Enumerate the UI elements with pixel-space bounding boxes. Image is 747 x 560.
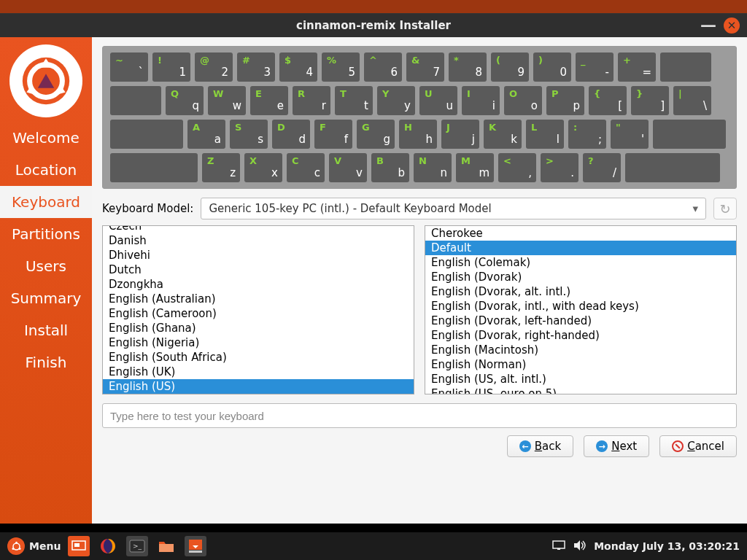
key-k[interactable]: Kk bbox=[484, 120, 522, 149]
key-h[interactable]: Hh bbox=[399, 120, 437, 149]
key-2[interactable]: @2 bbox=[195, 52, 233, 82]
key-blank[interactable] bbox=[660, 52, 711, 82]
list-item[interactable]: English (Colemak) bbox=[425, 255, 736, 270]
installer-task-icon[interactable] bbox=[185, 536, 206, 556]
list-item[interactable]: Danish bbox=[103, 233, 414, 248]
key-l[interactable]: Ll bbox=[526, 120, 564, 149]
list-item[interactable]: Cherokee bbox=[425, 226, 736, 241]
key-b[interactable]: Bb bbox=[371, 153, 409, 182]
key-9[interactable]: (9 bbox=[491, 52, 529, 82]
key-q[interactable]: Qq bbox=[166, 86, 204, 115]
key-3[interactable]: #3 bbox=[237, 52, 275, 82]
model-select[interactable]: Generic 105-key PC (intl.) - Default Key… bbox=[201, 198, 706, 219]
key-/[interactable]: ?/ bbox=[583, 153, 621, 182]
key-=[interactable]: += bbox=[618, 52, 656, 82]
list-item[interactable]: English (Australian) bbox=[103, 292, 414, 306]
list-item[interactable]: Default bbox=[425, 241, 736, 255]
key--[interactable]: _- bbox=[576, 52, 614, 82]
close-icon[interactable]: ✕ bbox=[724, 18, 740, 34]
key-blank[interactable] bbox=[110, 120, 183, 149]
volume-icon[interactable] bbox=[573, 540, 587, 553]
key-y[interactable]: Yy bbox=[377, 86, 415, 115]
show-desktop-icon[interactable] bbox=[68, 536, 90, 556]
list-item[interactable]: English (US, euro on 5) bbox=[425, 386, 736, 394]
list-item[interactable]: English (Dvorak, left-handed) bbox=[425, 314, 736, 328]
key-5[interactable]: %5 bbox=[322, 52, 360, 82]
key-i[interactable]: Ii bbox=[462, 86, 500, 115]
files-icon[interactable] bbox=[155, 536, 177, 556]
list-item[interactable]: English (UK) bbox=[103, 365, 414, 379]
key-d[interactable]: Dd bbox=[272, 120, 310, 149]
reset-model-button[interactable]: ↻ bbox=[713, 198, 737, 219]
key-s[interactable]: Ss bbox=[230, 120, 268, 149]
list-item[interactable]: English (Dvorak, intl., with dead keys) bbox=[425, 299, 736, 314]
key-c[interactable]: Cc bbox=[287, 153, 325, 182]
clock[interactable]: Monday July 13, 03:20:21 bbox=[594, 540, 740, 552]
list-item[interactable]: English (Cameroon) bbox=[103, 306, 414, 321]
key-blank[interactable] bbox=[110, 153, 198, 182]
layout-listbox[interactable]: CzechDanishDhivehiDutchDzongkhaEnglish (… bbox=[102, 225, 414, 394]
sidebar-item-summary[interactable]: Summary bbox=[0, 282, 92, 314]
sidebar-item-location[interactable]: Location bbox=[0, 154, 92, 186]
cancel-button[interactable]: Cancel bbox=[659, 435, 737, 457]
key-][interactable]: }] bbox=[631, 86, 669, 115]
key-`[interactable]: ~` bbox=[110, 52, 148, 82]
key-,[interactable]: <, bbox=[498, 153, 536, 182]
sidebar-item-install[interactable]: Install bbox=[0, 314, 92, 346]
key-n[interactable]: Nn bbox=[414, 153, 452, 182]
key-f[interactable]: Ff bbox=[314, 120, 352, 149]
sidebar-item-welcome[interactable]: Welcome bbox=[0, 122, 92, 154]
key-8[interactable]: *8 bbox=[449, 52, 487, 82]
key-o[interactable]: Oo bbox=[504, 86, 542, 115]
key-.[interactable]: >. bbox=[541, 153, 578, 182]
key-a[interactable]: Aa bbox=[187, 120, 225, 149]
key-z[interactable]: Zz bbox=[202, 153, 240, 182]
key-[[interactable]: {[ bbox=[589, 86, 627, 115]
key-g[interactable]: Gg bbox=[357, 120, 395, 149]
key-6[interactable]: ^6 bbox=[364, 52, 402, 82]
key-w[interactable]: Ww bbox=[208, 86, 246, 115]
sidebar-item-keyboard[interactable]: Keyboard bbox=[0, 186, 92, 218]
key-'[interactable]: "' bbox=[611, 120, 649, 149]
key-0[interactable]: )0 bbox=[533, 52, 571, 82]
list-item[interactable]: English (Ghana) bbox=[103, 321, 414, 335]
key-1[interactable]: !1 bbox=[152, 52, 190, 82]
test-keyboard-input[interactable] bbox=[102, 403, 737, 428]
key-t[interactable]: Tt bbox=[335, 86, 373, 115]
network-icon[interactable] bbox=[551, 540, 566, 553]
key-blank[interactable] bbox=[110, 86, 161, 115]
firefox-icon[interactable] bbox=[97, 536, 119, 556]
key-p[interactable]: Pp bbox=[546, 86, 584, 115]
key-blank[interactable] bbox=[625, 153, 720, 182]
menu-button[interactable]: Menu bbox=[7, 537, 61, 555]
list-item[interactable]: English (Dvorak) bbox=[425, 270, 736, 284]
list-item[interactable]: English (US) bbox=[103, 379, 414, 394]
list-item[interactable]: English (Dvorak, alt. intl.) bbox=[425, 284, 736, 299]
list-item[interactable]: Dzongkha bbox=[103, 277, 414, 292]
next-button[interactable]: → Next bbox=[584, 435, 649, 457]
list-item[interactable]: English (South Africa) bbox=[103, 350, 414, 365]
list-item[interactable]: English (Dvorak, right-handed) bbox=[425, 328, 736, 343]
key-r[interactable]: Rr bbox=[293, 86, 330, 115]
list-item[interactable]: English (Nigeria) bbox=[103, 335, 414, 350]
key-e[interactable]: Ee bbox=[250, 86, 288, 115]
variant-listbox[interactable]: CherokeeDefaultEnglish (Colemak)English … bbox=[425, 225, 737, 394]
back-button[interactable]: ← Back bbox=[507, 435, 573, 457]
key-blank[interactable] bbox=[653, 120, 726, 149]
key-;[interactable]: :; bbox=[568, 120, 606, 149]
sidebar-item-partitions[interactable]: Partitions bbox=[0, 218, 92, 250]
list-item[interactable]: Czech bbox=[103, 225, 414, 233]
list-item[interactable]: English (Macintosh) bbox=[425, 343, 736, 357]
sidebar-item-finish[interactable]: Finish bbox=[0, 346, 92, 378]
list-item[interactable]: English (US, alt. intl.) bbox=[425, 372, 736, 386]
sidebar-item-users[interactable]: Users bbox=[0, 250, 92, 282]
key-x[interactable]: Xx bbox=[244, 153, 282, 182]
key-7[interactable]: &7 bbox=[406, 52, 444, 82]
key-v[interactable]: Vv bbox=[329, 153, 367, 182]
key-u[interactable]: Uu bbox=[419, 86, 457, 115]
key-m[interactable]: Mm bbox=[456, 153, 494, 182]
key-j[interactable]: Jj bbox=[441, 120, 479, 149]
terminal-icon[interactable]: >_ bbox=[126, 536, 148, 556]
list-item[interactable]: Dhivehi bbox=[103, 248, 414, 262]
list-item[interactable]: English (Norman) bbox=[425, 357, 736, 372]
